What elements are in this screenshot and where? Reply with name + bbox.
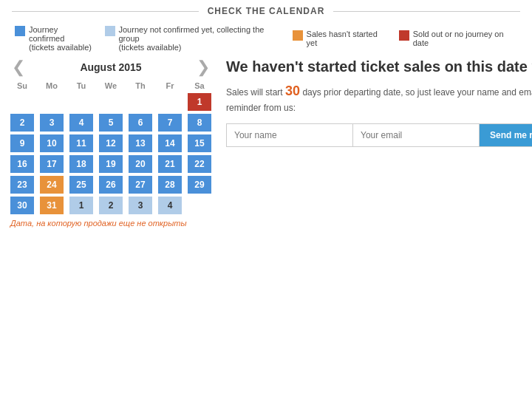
calendar-day[interactable]: 19 (96, 154, 126, 174)
calendar-day[interactable]: 6 (126, 112, 155, 133)
cursor-label: Дата, на которую продажи еще не открыты (7, 219, 214, 228)
name-input[interactable] (227, 124, 353, 146)
calendar-day[interactable]: 10 (37, 133, 66, 154)
calendar-day[interactable]: 1 (66, 195, 96, 216)
legend-color-not-confirmed (105, 26, 115, 36)
header-line-left (12, 11, 199, 12)
calendar-day[interactable]: 15 (185, 133, 214, 154)
send-reminder-button[interactable]: Send me reminder! (480, 124, 532, 146)
legend-color-confirmed (15, 26, 25, 36)
calendar-day[interactable]: 4 (66, 112, 96, 133)
calendar-day (126, 92, 155, 112)
legend-label-not-confirmed: Journey not confirmed yet, collecting th… (119, 25, 281, 52)
calendar-day[interactable]: 30 (7, 195, 37, 216)
weekday-header: Fr (155, 80, 185, 92)
calendar-day (96, 92, 126, 112)
calendar-day[interactable]: 20 (126, 154, 155, 174)
calendar-day[interactable]: 21 (155, 154, 185, 174)
calendar-header: CHECK THE CALENDAR (0, 0, 532, 22)
calendar-day[interactable]: 14 (155, 133, 185, 154)
header-title: CHECK THE CALENDAR (199, 6, 334, 16)
days-number: 30 (285, 83, 300, 98)
calendar-row: 16171819202122 (7, 154, 214, 174)
main-content: ❮ August 2015 ❯ SuMoTuWeThFrSa1234567891… (0, 58, 532, 228)
calendar-grid: SuMoTuWeThFrSa12345678910111213141516171… (7, 80, 214, 216)
legend-item-sold-out: Sold out or no journey on date (399, 30, 517, 47)
calendar-section: ❮ August 2015 ❯ SuMoTuWeThFrSa1234567891… (7, 58, 214, 228)
calendar-day[interactable]: 29 (185, 174, 214, 195)
calendar-day[interactable]: 3 (126, 195, 155, 216)
reminder-form: Send me reminder! (226, 123, 532, 147)
legend-label-not-started: Sales hasn't started yet (307, 30, 387, 47)
calendar-day[interactable]: 4 (155, 195, 185, 216)
calendar-day[interactable]: 16 (7, 154, 37, 174)
calendar-day[interactable]: 13 (126, 133, 155, 154)
calendar-day (66, 92, 96, 112)
calendar-day (7, 92, 37, 112)
email-input[interactable] (353, 124, 480, 146)
legend-label-sold-out: Sold out or no journey on date (413, 30, 517, 47)
legend-color-sold-out (399, 30, 409, 41)
calendar-day[interactable]: 9 (7, 133, 37, 154)
header-line-right (333, 11, 520, 12)
weekday-header: Th (126, 80, 155, 92)
next-month-button[interactable]: ❯ (192, 58, 214, 77)
panel-description: Sales will start 30 days prior departing… (226, 81, 532, 115)
legend: Journey confirmed (tickets available)Jou… (0, 22, 532, 58)
legend-item-not-started: Sales hasn't started yet (293, 30, 387, 47)
calendar-day[interactable]: 27 (126, 174, 155, 195)
panel-title: We haven't started ticket sales on this … (226, 58, 532, 75)
legend-label-confirmed: Journey confirmed (tickets available) (29, 25, 93, 52)
calendar-day (185, 195, 214, 216)
legend-color-not-started (293, 30, 303, 41)
calendar-day[interactable]: 31 (37, 195, 66, 216)
weekday-header: Tu (66, 80, 96, 92)
calendar-day[interactable]: 17 (37, 154, 66, 174)
calendar-day[interactable]: 5 (96, 112, 126, 133)
calendar-day[interactable]: 24 (37, 174, 66, 195)
calendar-day[interactable]: 26 (96, 174, 126, 195)
legend-item-not-confirmed: Journey not confirmed yet, collecting th… (105, 25, 281, 52)
weekday-header: We (96, 80, 126, 92)
calendar-row: 1 (7, 92, 214, 112)
calendar-day[interactable]: 7 (155, 112, 185, 133)
calendar-day[interactable]: 11 (66, 133, 96, 154)
weekday-header: Sa (185, 80, 214, 92)
calendar-row: 2345678 (7, 112, 214, 133)
calendar-day (37, 92, 66, 112)
calendar-row: 30311234 (7, 195, 214, 216)
calendar-day[interactable]: 25 (66, 174, 96, 195)
legend-item-confirmed: Journey confirmed (tickets available) (15, 25, 93, 52)
calendar-day[interactable]: 2 (96, 195, 126, 216)
right-panel: We haven't started ticket sales on this … (214, 58, 532, 228)
calendar-day[interactable]: 28 (155, 174, 185, 195)
calendar-day[interactable]: 3 (37, 112, 66, 133)
calendar-nav: ❮ August 2015 ❯ (7, 58, 214, 77)
calendar-day[interactable]: 18 (66, 154, 96, 174)
desc-before: Sales will start (226, 87, 285, 98)
prev-month-button[interactable]: ❮ (7, 58, 30, 77)
calendar-day[interactable]: 8 (185, 112, 214, 133)
calendar-day[interactable]: 1 (185, 92, 214, 112)
calendar-day[interactable]: 2 (7, 112, 37, 133)
calendar-day[interactable]: 22 (185, 154, 214, 174)
weekday-header: Su (7, 80, 37, 92)
calendar-day (155, 92, 185, 112)
calendar-day[interactable]: 12 (96, 133, 126, 154)
calendar-day[interactable]: 23 (7, 174, 37, 195)
weekday-header: Mo (37, 80, 66, 92)
calendar-row: 23242526272829 (7, 174, 214, 195)
calendar-row: 9101112131415 (7, 133, 214, 154)
calendar-month-title: August 2015 (30, 61, 192, 73)
